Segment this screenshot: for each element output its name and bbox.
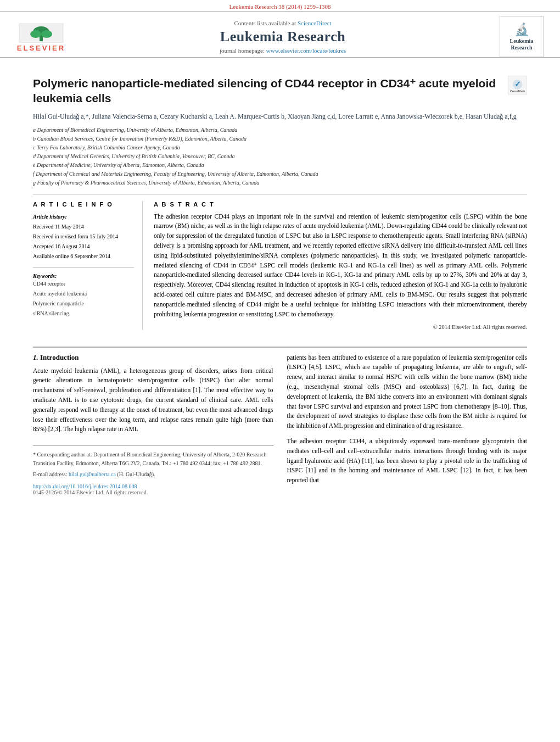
sciencedirect-link[interactable]: ScienceDirect	[298, 20, 332, 26]
abstract-heading: A B S T R A C T	[154, 201, 527, 208]
copyright-notice: © 2014 Elsevier Ltd. All rights reserved…	[154, 324, 527, 330]
received-date-1: Received 11 May 2014	[33, 222, 134, 232]
svg-text:CrossMark: CrossMark	[510, 90, 525, 93]
abstract-panel: A B S T R A C T The adhesion receptor CD…	[154, 201, 527, 330]
journal-title-area: Contents lists available at ScienceDirec…	[66, 20, 500, 54]
affiliation-f: f Department of Chemical and Materials E…	[33, 171, 318, 177]
intro-section-title: 1. Introduction	[33, 353, 273, 362]
email-address[interactable]: hilal.gul@ualberta.ca	[69, 471, 116, 477]
body-left-column: 1. Introduction Acute myeloid leukemia (…	[33, 353, 273, 496]
section-divider	[33, 194, 527, 194]
keywords-label: Keywords:	[33, 273, 134, 279]
crossmark-logo: ✓ CrossMark	[508, 76, 527, 95]
intro-paragraph-3: The adhesion receptor CD44, a ubiquitous…	[287, 437, 528, 486]
keywords-section: Keywords: CD44 receptor Acute myeloid le…	[33, 273, 134, 319]
keyword-2: Acute myeloid leukemia	[33, 289, 134, 299]
affiliation-a: a Department of Biomedical Engineering, …	[33, 127, 237, 133]
body-right-column: patients has been attributed to existenc…	[287, 353, 528, 496]
footnotes: * Corresponding author at: Department of…	[33, 445, 273, 479]
affiliation-g: g Faculty of Pharmacy & Pharmaceutical S…	[33, 180, 259, 186]
elsevier-wordmark: ELSEVIER	[17, 44, 65, 52]
logo-title: LeukemiaResearch	[510, 38, 534, 51]
keywords-divider	[33, 267, 134, 267]
elsevier-logo: ELSEVIER	[16, 21, 66, 52]
paper-title-text: Polymeric nanoparticle-mediated silencin…	[33, 76, 500, 106]
section-number: 1.	[33, 353, 38, 361]
authors-list: Hilal Gul-Uludağ a,*, Juliana Valencia-S…	[33, 111, 527, 121]
affiliation-e: e Department of Medicine, University of …	[33, 162, 204, 168]
svg-text:✓: ✓	[514, 80, 521, 88]
history-label: Article history:	[33, 212, 134, 222]
abstract-text: The adhesion receptor CD44 plays an impo…	[154, 212, 527, 320]
journal-reference: Leukemia Research 38 (2014) 1299–1308	[0, 0, 560, 11]
available-online: Available online 6 September 2014	[33, 252, 134, 261]
affiliations-list: a Department of Biomedical Engineering, …	[33, 126, 527, 187]
homepage-link[interactable]: www.elsevier.com/locate/leukres	[266, 47, 346, 54]
article-info-heading: A R T I C L E I N F O	[33, 201, 134, 208]
leukemia-research-logo: 🔬 LeukemiaResearch	[500, 16, 544, 57]
keyword-1: CD44 receptor	[33, 279, 134, 289]
paper-title-row: Polymeric nanoparticle-mediated silencin…	[33, 76, 527, 106]
issn-copyright: 0145-2126/© 2014 Elsevier Ltd. All right…	[33, 489, 273, 495]
logo-icon: 🔬	[514, 23, 529, 37]
accepted-date: Accepted 16 August 2014	[33, 242, 134, 252]
paper-content: Polymeric nanoparticle-mediated silencin…	[0, 58, 560, 341]
corresponding-author: * Corresponding author at: Department of…	[33, 450, 273, 468]
affiliation-b: b Canadian Blood Services, Centre for In…	[33, 136, 247, 142]
article-info-panel: A R T I C L E I N F O Article history: R…	[33, 201, 143, 330]
doi-link[interactable]: http://dx.doi.org/10.1016/j.leukres.2014…	[33, 483, 273, 489]
contents-available: Contents lists available at ScienceDirec…	[77, 20, 489, 26]
journal-header: ELSEVIER Contents lists available at Sci…	[0, 11, 560, 58]
svg-point-4	[41, 30, 52, 38]
affiliation-d: d Department of Medical Genetics, Univer…	[33, 153, 234, 159]
intro-title-text: Introduction	[40, 353, 79, 361]
article-history: Article history: Received 11 May 2014 Re…	[33, 212, 134, 261]
intro-paragraph-1: Acute myeloid leukemia (AML), a heteroge…	[33, 366, 273, 435]
info-abstract-row: A R T I C L E I N F O Article history: R…	[33, 201, 527, 330]
main-divider	[33, 347, 527, 348]
keyword-4: siRNA silencing	[33, 309, 134, 319]
svg-point-3	[30, 30, 41, 38]
keyword-3: Polymeric nanoparticle	[33, 299, 134, 309]
intro-paragraph-2: patients has been attributed to existenc…	[287, 353, 528, 432]
affiliation-c: c Terry Fox Laboratory, British Columbia…	[33, 144, 180, 150]
email-line: E-mail address: hilal.gul@ualberta.ca (H…	[33, 470, 273, 479]
received-revised: Received in revised form 15 July 2014	[33, 232, 134, 242]
journal-homepage: journal homepage: www.elsevier.com/locat…	[77, 47, 489, 54]
journal-name: Leukemia Research	[77, 29, 489, 45]
body-content: 1. Introduction Acute myeloid leukemia (…	[0, 353, 560, 496]
